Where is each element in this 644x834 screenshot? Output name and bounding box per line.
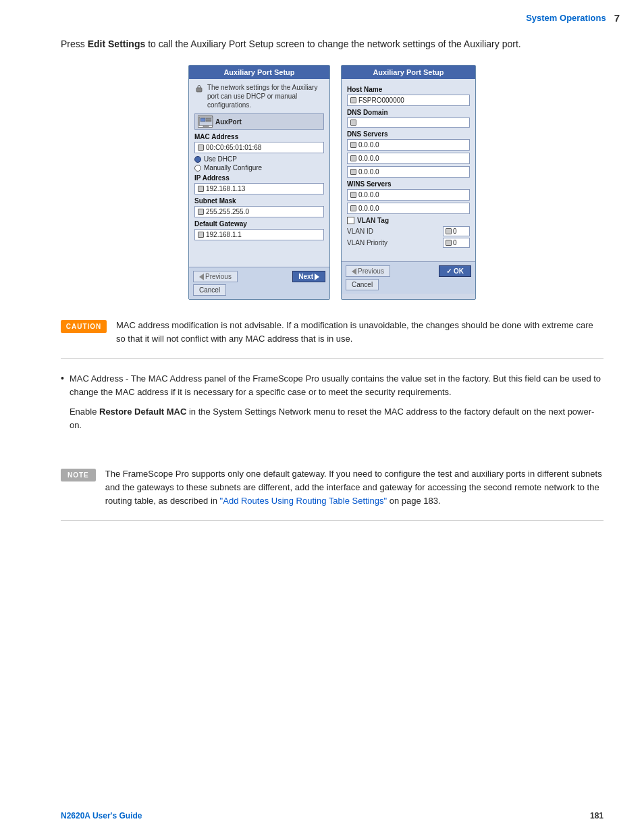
vlan-id-label: VLAN ID (347, 228, 373, 235)
vlan-priority-input[interactable]: 0 (443, 238, 470, 248)
right-footer-row2: Cancel (346, 279, 471, 290)
left-cancel-label: Cancel (199, 286, 220, 294)
left-dialog-title: Auxiliary Port Setup (189, 66, 329, 79)
vlan-tag-row[interactable]: VLAN Tag (347, 217, 470, 224)
left-dialog-footer: Previous Next Cancel (189, 267, 329, 299)
use-dhcp-label: Use DHCP (204, 155, 237, 163)
left-dialog-body: The network settings for the Auxiliary p… (189, 79, 329, 267)
host-name-label: Host Name (347, 86, 470, 93)
right-previous-label: Previous (358, 267, 384, 275)
dns-server3-value: 0.0.0.0 (358, 168, 379, 176)
default-gateway-input[interactable]: 192.168.1.1 (194, 229, 324, 240)
page-number: 7 (614, 12, 620, 24)
bullet-text1: MAC Address - The MAC Address panel of t… (70, 372, 603, 399)
right-dialog-title: Auxiliary Port Setup (342, 66, 475, 79)
note-block: NOTE The FrameScope Pro supports only on… (61, 467, 603, 521)
note-text: The FrameScope Pro supports only one def… (105, 467, 603, 508)
ip-address-input[interactable]: 192.168.1.13 (194, 183, 324, 194)
subnet-mask-value: 255.255.255.0 (206, 208, 249, 215)
gateway-lock-icon (198, 232, 204, 238)
left-dialog: Auxiliary Port Setup The network setting… (188, 65, 330, 300)
note-link[interactable]: "Add Routes Using Routing Table Settings… (220, 496, 387, 506)
dns-server2-input[interactable]: 0.0.0.0 (347, 153, 470, 164)
dns-domain-input[interactable] (347, 118, 470, 128)
hostname-lock-icon (350, 97, 356, 103)
device-label: AuxPort (215, 118, 242, 126)
dnsdomain-lock-icon (350, 120, 356, 126)
caution-block: CAUTION MAC address modification is not … (61, 319, 603, 359)
host-name-input[interactable]: FSPRO000000 (347, 95, 470, 106)
right-ok-button[interactable]: ✓ OK (439, 265, 471, 277)
right-dialog-footer: Previous ✓ OK Cancel (342, 261, 475, 294)
right-footer-row1: Previous ✓ OK (346, 265, 471, 277)
subnet-lock-icon (198, 209, 204, 215)
right-cancel-button[interactable]: Cancel (346, 279, 379, 290)
bullet-section: • MAC Address - The MAC Address panel of… (61, 372, 603, 454)
caution-badge: CAUTION (61, 320, 107, 333)
dns-server1-input[interactable]: 0.0.0.0 (347, 139, 470, 151)
mac-address-label: MAC Address (194, 133, 324, 140)
left-info-text: The network settings for the Auxiliary p… (207, 83, 324, 109)
svg-rect-2 (200, 118, 205, 122)
intro-text-after: to call the Auxiliary Port Setup screen … (145, 38, 520, 49)
right-cancel-label: Cancel (352, 281, 373, 288)
intro-paragraph: Press Edit Settings to call the Auxiliar… (61, 37, 603, 51)
svg-rect-0 (196, 88, 202, 92)
left-previous-label: Previous (205, 273, 232, 280)
svg-rect-4 (206, 120, 211, 122)
bullet-text2-bold: Restore Default MAC (99, 407, 186, 417)
host-name-value: FSPRO000000 (358, 97, 404, 104)
subnet-mask-input[interactable]: 255.255.255.0 (194, 206, 324, 217)
next-arrow-icon (315, 273, 319, 280)
left-cancel-button[interactable]: Cancel (193, 284, 226, 296)
left-previous-button[interactable]: Previous (193, 271, 238, 282)
wins-server2-input[interactable]: 0.0.0.0 (347, 203, 470, 214)
right-previous-button[interactable]: Previous (346, 265, 390, 277)
default-gateway-value: 192.168.1.1 (206, 231, 242, 238)
bullet-text2-before: Enable (70, 407, 99, 417)
manually-configure-radio[interactable]: Manually Configure (194, 164, 324, 172)
mac-address-value: 00:C0:65:01:01:68 (206, 144, 261, 151)
wins-server1-value: 0.0.0.0 (358, 191, 379, 199)
dns-server1-value: 0.0.0.0 (358, 141, 379, 149)
mac-lock-icon (198, 145, 204, 151)
mac-address-input[interactable]: 00:C0:65:01:01:68 (194, 142, 324, 153)
vlan-priority-value: 0 (453, 239, 457, 246)
wins-server2-value: 0.0.0.0 (358, 205, 379, 212)
right-dialog: Auxiliary Port Setup Host Name FSPRO0000… (341, 65, 476, 300)
subnet-mask-label: Subnet Mask (194, 197, 324, 205)
vlan-tag-label: VLAN Tag (357, 217, 389, 224)
lock-icon-left (194, 84, 204, 93)
left-info-row: The network settings for the Auxiliary p… (194, 83, 324, 109)
ip-address-value: 192.168.1.13 (206, 185, 245, 192)
dns3-lock-icon (350, 169, 356, 175)
device-icon (198, 115, 213, 128)
left-next-button[interactable]: Next (292, 271, 325, 282)
default-gateway-label: Default Gateway (194, 220, 324, 228)
note-badge: NOTE (61, 469, 96, 481)
vlan-priority-label: VLAN Priority (347, 239, 387, 246)
intro-bold: Edit Settings (88, 38, 146, 49)
dns-servers-label: DNS Servers (347, 130, 470, 138)
dns-server3-input[interactable]: 0.0.0.0 (347, 166, 470, 178)
footer-brand: N2620A User's Guide (61, 811, 142, 820)
svg-rect-3 (206, 118, 211, 120)
wins2-lock-icon (350, 205, 356, 211)
page-header: System Operations 7 (526, 12, 620, 24)
right-ok-label: OK (454, 267, 464, 275)
vlan-id-input[interactable]: 0 (443, 226, 470, 236)
dns-server2-value: 0.0.0.0 (358, 155, 379, 162)
vlan-checkbox[interactable] (347, 217, 354, 224)
main-content: Press Edit Settings to call the Auxiliar… (61, 37, 603, 533)
bullet-dot: • (61, 373, 64, 384)
use-dhcp-radio[interactable]: Use DHCP (194, 155, 324, 163)
intro-text-before: Press (61, 38, 88, 49)
ip-address-label: IP Address (194, 174, 324, 182)
vlanid-lock-icon (446, 228, 452, 234)
ip-lock-icon (198, 186, 204, 192)
vlan-id-value: 0 (453, 228, 457, 235)
wins1-lock-icon (350, 192, 356, 198)
caution-text: MAC address modification is not advisabl… (116, 319, 603, 346)
footer-page-number: 181 (590, 811, 603, 820)
wins-server1-input[interactable]: 0.0.0.0 (347, 189, 470, 201)
